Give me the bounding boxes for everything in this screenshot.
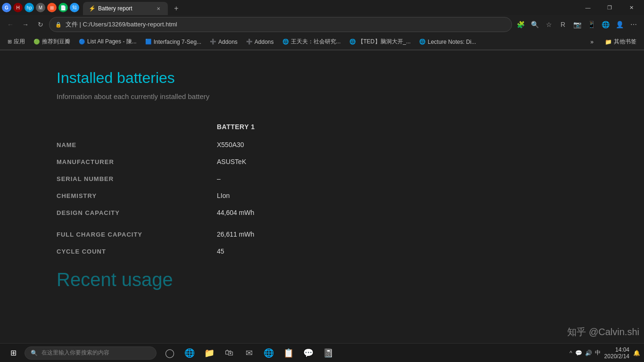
- bookmark-apps[interactable]: ⊞ 应用: [4, 36, 29, 48]
- bookmark-addons2-icon: ➕: [246, 39, 253, 45]
- tab-close-button[interactable]: ✕: [155, 5, 162, 12]
- bookmark-wangtianfu-icon: 🌐: [282, 39, 289, 45]
- taskbar-onenote[interactable]: 📓: [319, 344, 338, 362]
- bookmark-douban[interactable]: 🟢 推荐到豆瓣: [30, 36, 74, 48]
- search-button[interactable]: 🔍: [528, 18, 541, 31]
- shortcut-icon-ms[interactable]: ⊞: [47, 3, 57, 12]
- row-value-serial: –: [217, 170, 587, 187]
- bookmark-interfacing[interactable]: 🟦 Interfacing 7-Seg...: [141, 37, 205, 47]
- search-icon: 🔍: [31, 350, 38, 356]
- url-text: 文件 | C:/Users/13269/battery-report.html: [66, 20, 177, 29]
- bookmark-apps-icon: ⊞: [8, 39, 12, 45]
- taskbar-right: ^ 💬 🔊 中 14:04 2020/2/14 🔔: [570, 346, 640, 360]
- search-bar[interactable]: 🔍 在这里输入你要搜索的内容: [25, 346, 157, 360]
- bookmark-listall-label: List All Pages - 陳...: [87, 38, 137, 46]
- screenshot-button[interactable]: 📷: [570, 18, 584, 31]
- extensions-button[interactable]: 🧩: [514, 18, 527, 31]
- taskbar-cortana[interactable]: ◯: [160, 344, 179, 362]
- menu-button[interactable]: ⋯: [627, 18, 640, 31]
- bookmark-ted-icon: 🌐: [349, 39, 356, 45]
- table-row-serial: SERIAL NUMBER –: [57, 170, 587, 187]
- bookmark-wangtianfu-label: 王天夫：社会研究...: [291, 38, 341, 46]
- start-button[interactable]: ⊞: [4, 344, 23, 362]
- table-row-cycle-count: CYCLE COUNT 45: [57, 243, 587, 260]
- search-placeholder: 在这里输入你要搜索的内容: [41, 349, 109, 357]
- section-title: Installed batteries: [57, 69, 587, 87]
- taskbar-notification-icon[interactable]: 🔔: [633, 350, 640, 356]
- taskbar-msg-icon[interactable]: 💬: [575, 350, 582, 356]
- browser-favicon-icons: G H hp M ⊞ 📄 知: [2, 3, 79, 12]
- address-bar[interactable]: 🔒 文件 | C:/Users/13269/battery-report.htm…: [49, 17, 512, 32]
- title-bar: G H hp M ⊞ 📄 知 ⚡ Battery report ✕ + — ❐ …: [0, 0, 644, 15]
- taskbar-volume-icon[interactable]: 🔊: [585, 350, 592, 356]
- taskbar-mail[interactable]: ✉: [239, 344, 258, 362]
- row-label-name: NAME: [57, 136, 217, 153]
- row-value-design-capacity: 44,604 mWh: [217, 204, 587, 221]
- minimize-button[interactable]: —: [577, 0, 599, 15]
- tab-label: Battery report: [98, 5, 132, 12]
- back-button[interactable]: ←: [4, 18, 17, 31]
- tabs-bar: ⚡ Battery report ✕ +: [83, 0, 577, 15]
- active-tab[interactable]: ⚡ Battery report ✕: [83, 2, 168, 15]
- maximize-button[interactable]: ❐: [599, 0, 620, 15]
- taskbar-chrome[interactable]: 🌐: [259, 344, 278, 362]
- forward-button[interactable]: →: [19, 18, 32, 31]
- bookmarks-more-button[interactable]: »: [586, 37, 597, 47]
- taskbar-ime-icon[interactable]: 中: [595, 349, 601, 357]
- table-row-full-charge: FULL CHARGE CAPACITY 26,611 mWh: [57, 221, 587, 243]
- bookmark-addons2[interactable]: ➕ Addons: [242, 37, 278, 47]
- taskbar-caret-icon[interactable]: ^: [570, 350, 572, 356]
- browser-chrome: G H hp M ⊞ 📄 知 ⚡ Battery report ✕ + — ❐ …: [0, 0, 644, 50]
- bookmarks-more-label: »: [590, 39, 594, 45]
- close-button[interactable]: ✕: [620, 0, 642, 15]
- folder-icon: 📁: [605, 39, 612, 45]
- table-row-design-capacity: DESIGN CAPACITY 44,604 mWh: [57, 204, 587, 221]
- bookmark-addons1-icon: ➕: [210, 39, 216, 45]
- bookmarks-more-area: » 📁 其他书签: [586, 36, 640, 48]
- nav-icons-right: 🧩 🔍 ☆ R 📷 📱 🌐 👤 ⋯: [514, 18, 640, 31]
- bookmark-lecture-icon: 🌐: [419, 39, 426, 45]
- taskbar-store[interactable]: 🛍: [220, 344, 239, 362]
- folder-label: 其他书签: [614, 38, 636, 46]
- shortcut-icon-app2[interactable]: 📄: [58, 3, 68, 12]
- bookmark-addons1[interactable]: ➕ Addons: [206, 37, 241, 47]
- bookmark-lecture[interactable]: 🌐 Lecture Notes: Di...: [415, 37, 480, 47]
- row-label-serial: SERIAL NUMBER: [57, 170, 217, 187]
- shortcut-icon-app3[interactable]: 知: [70, 3, 79, 12]
- shortcut-icon-hp[interactable]: hp: [25, 3, 34, 12]
- bookmark-listall-icon: 🔵: [79, 39, 85, 45]
- other-bookmarks-folder[interactable]: 📁 其他书签: [601, 36, 640, 48]
- table-row-chemistry: CHEMISTRY LIon: [57, 187, 587, 204]
- taskbar: ⊞ 🔍 在这里输入你要搜索的内容 ◯ 🌐 📁 🛍 ✉ 🌐 📋 💬 📓 ^ 💬 🔊…: [0, 343, 644, 362]
- battery-header-label: BATTERY 1: [217, 119, 587, 136]
- bookmark-wangtianfu[interactable]: 🌐 王天夫：社会研究...: [279, 36, 345, 48]
- bookmark-douban-label: 推荐到豆瓣: [42, 38, 70, 46]
- edge-button[interactable]: 🌐: [599, 18, 612, 31]
- row-value-manufacturer: ASUSTeK: [217, 153, 587, 170]
- taskbar-file-explorer[interactable]: 📁: [200, 344, 219, 362]
- reload-button[interactable]: ↻: [34, 18, 47, 31]
- row-value-full-charge: 26,611 mWh: [217, 221, 587, 243]
- bookmark-ted[interactable]: 🌐 【TED】脑洞大开_...: [346, 36, 415, 48]
- taskbar-date-value: 2020/2/14: [604, 353, 629, 360]
- new-tab-button[interactable]: +: [170, 2, 183, 15]
- taskbar-datetime[interactable]: 14:04 2020/2/14: [604, 346, 629, 360]
- reader-mode-button[interactable]: R: [556, 18, 570, 31]
- profile-button[interactable]: 👤: [613, 18, 626, 31]
- shortcut-icon-google[interactable]: G: [2, 3, 11, 12]
- battery-section-header: BATTERY 1: [57, 119, 587, 136]
- window-controls: — ❐ ✕: [577, 0, 642, 15]
- shortcut-icon-app1[interactable]: M: [36, 3, 45, 12]
- app-button[interactable]: 📱: [585, 18, 598, 31]
- taskbar-wechat[interactable]: 💬: [299, 344, 318, 362]
- shortcut-icon-harvard[interactable]: H: [13, 3, 23, 12]
- star-button[interactable]: ☆: [542, 18, 555, 31]
- taskbar-app6[interactable]: 📋: [279, 344, 298, 362]
- bookmark-ted-label: 【TED】脑洞大开_...: [358, 38, 411, 46]
- bookmarks-bar: ⊞ 应用 🟢 推荐到豆瓣 🔵 List All Pages - 陳... 🟦 I…: [0, 34, 644, 50]
- bookmark-interfacing-label: Interfacing 7-Seg...: [154, 39, 201, 45]
- row-label-design-capacity: DESIGN CAPACITY: [57, 204, 217, 221]
- taskbar-edge[interactable]: 🌐: [180, 344, 199, 362]
- bookmark-listall[interactable]: 🔵 List All Pages - 陳...: [75, 36, 140, 48]
- bookmark-addons2-label: Addons: [255, 39, 274, 45]
